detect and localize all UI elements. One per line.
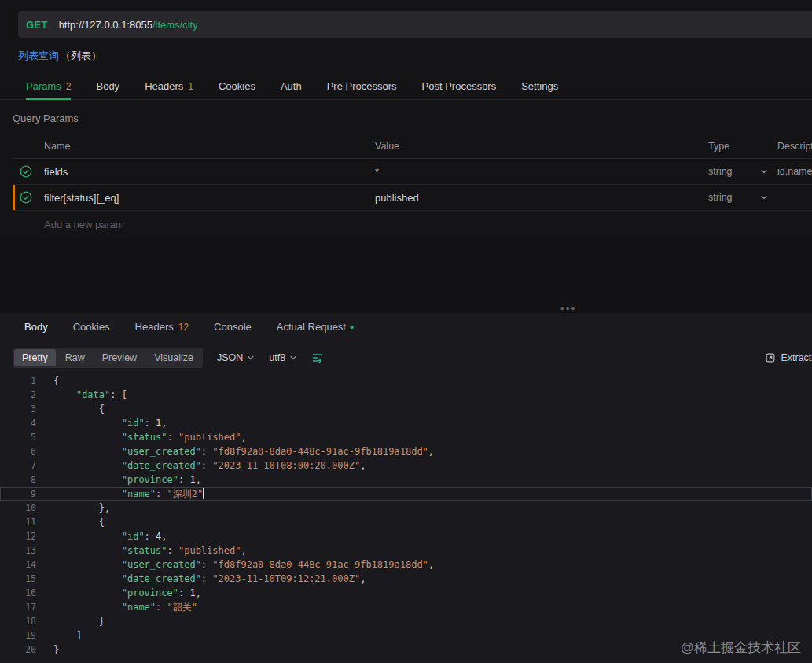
token-pun: : [ <box>110 389 127 400</box>
token-pun: : <box>201 559 212 570</box>
code-line[interactable]: 13 "status": "published", <box>0 543 812 558</box>
extraction-button[interactable]: Extraction <box>765 352 812 363</box>
tab-headers[interactable]: Headers1 <box>145 73 193 99</box>
code-text: { <box>36 374 59 388</box>
code-line[interactable]: 12 "id": 4, <box>0 529 812 543</box>
line-number: 5 <box>0 430 36 444</box>
token-ws <box>53 389 76 400</box>
url-input[interactable]: http://127.0.0.1:8055/items/city <box>59 19 198 31</box>
code-line[interactable]: 9 "name": "深圳2" <box>0 487 812 501</box>
method-badge[interactable]: GET <box>18 19 59 31</box>
response-body-editor[interactable]: 1{2 "data": [3 {4 "id": 1,5 "status": "p… <box>0 373 812 663</box>
view-visualize-button[interactable]: Visualize <box>146 349 201 366</box>
response-tabs: BodyCookiesHeaders12ConsoleActual Reques… <box>0 313 812 341</box>
add-param-row[interactable]: Add a new param <box>13 211 812 238</box>
token-pun: : <box>167 432 178 443</box>
token-str: "published" <box>178 545 241 556</box>
token-key: "data" <box>76 389 110 400</box>
code-line[interactable]: 6 "user_created": "fd8f92a0-8da0-448c-91… <box>0 444 812 459</box>
header-name: Name <box>44 141 375 152</box>
code-text: "date_created": "2023-11-10T08:00:20.000… <box>36 459 366 473</box>
tab-headers[interactable]: Headers12 <box>135 313 189 341</box>
tab-label: Settings <box>521 80 558 92</box>
token-key: "user_created" <box>122 559 201 570</box>
format-button[interactable] <box>311 352 324 364</box>
view-preview-button[interactable]: Preview <box>94 349 145 366</box>
panel-resize-handle[interactable]: ••• <box>0 305 812 313</box>
tab-pre-processors[interactable]: Pre Processors <box>327 73 397 99</box>
line-number: 6 <box>0 444 36 459</box>
token-pun: : <box>201 460 212 471</box>
header-value: Value <box>375 141 708 152</box>
param-type-label: string <box>708 192 733 203</box>
token-key: "date_created" <box>122 573 201 584</box>
view-pretty-button[interactable]: Pretty <box>14 349 56 366</box>
tab-cookies[interactable]: Cookies <box>219 73 255 99</box>
code-text: }, <box>36 501 110 515</box>
param-value-cell[interactable]: published <box>375 192 708 204</box>
language-dropdown-label: JSON <box>217 352 243 363</box>
token-pun: : <box>156 488 167 499</box>
param-name-cell[interactable]: fields <box>44 166 375 178</box>
code-line[interactable]: 3 { <box>0 402 812 416</box>
view-raw-button[interactable]: Raw <box>57 349 93 366</box>
param-enabled-toggle[interactable] <box>13 191 44 204</box>
chevron-down-icon <box>760 193 768 201</box>
tab-label: Cookies <box>219 80 255 92</box>
tab-params[interactable]: Params2 <box>26 73 71 99</box>
code-line[interactable]: 1{ <box>0 374 812 388</box>
token-pun: { <box>99 403 105 414</box>
tab-label: Cookies <box>73 321 110 333</box>
code-text: "name": "韶关" <box>36 600 197 614</box>
code-line[interactable]: 4 "id": 1, <box>0 416 812 430</box>
encoding-dropdown[interactable]: utf8 <box>269 352 297 363</box>
code-line[interactable]: 14 "user_created": "fd8f92a0-8da0-448c-9… <box>0 558 812 572</box>
param-type-select[interactable]: string <box>708 166 777 177</box>
code-line[interactable]: 5 "status": "published", <box>0 430 812 444</box>
param-value-cell[interactable]: * <box>375 166 708 178</box>
breadcrumb-link[interactable]: 列表查询 <box>18 49 59 63</box>
code-line[interactable]: 8 "province": 1, <box>0 473 812 487</box>
param-description-cell[interactable]: id,name <box>777 166 812 177</box>
code-line[interactable]: 11 { <box>0 515 812 529</box>
param-name-cell[interactable]: filter[status][_eq] <box>44 192 375 204</box>
token-pun: , <box>360 460 366 471</box>
token-ws <box>53 587 122 599</box>
code-line[interactable]: 2 "data": [ <box>0 388 812 402</box>
code-line[interactable]: 18 } <box>0 614 812 628</box>
tab-post-processors[interactable]: Post Processors <box>422 73 497 99</box>
tab-cookies[interactable]: Cookies <box>73 313 110 341</box>
query-params-table: Name Value Type Description fields*strin… <box>13 134 812 238</box>
token-str: "fd8f92a0-8da0-448c-91ac-9fb1819a18dd" <box>212 446 428 457</box>
tab-body[interactable]: Body <box>96 73 119 99</box>
tab-body[interactable]: Body <box>24 313 48 341</box>
line-number: 13 <box>0 543 36 558</box>
code-text: "name": "深圳2" <box>36 487 204 501</box>
line-number: 18 <box>0 614 36 628</box>
code-line[interactable]: 17 "name": "韶关" <box>0 600 812 614</box>
code-text: "id": 4, <box>36 529 167 543</box>
token-key: "name" <box>122 602 156 613</box>
token-pun: : <box>167 545 178 556</box>
line-number: 11 <box>0 515 36 529</box>
param-type-select[interactable]: string <box>708 192 777 203</box>
token-pun: : <box>201 573 212 584</box>
token-pun: }, <box>99 503 110 514</box>
token-ws <box>53 503 99 514</box>
tab-settings[interactable]: Settings <box>521 73 558 99</box>
language-dropdown[interactable]: JSON <box>217 352 255 363</box>
token-ws <box>53 432 122 443</box>
code-line[interactable]: 16 "province": 1, <box>0 586 812 600</box>
code-line[interactable]: 15 "date_created": "2023-11-10T09:12:21.… <box>0 572 812 586</box>
token-str: "published" <box>178 432 241 443</box>
code-line[interactable]: 10 }, <box>0 501 812 515</box>
token-key: "id" <box>122 418 145 429</box>
code-line[interactable]: 7 "date_created": "2023-11-10T08:00:20.0… <box>0 459 812 473</box>
tab-console[interactable]: Console <box>214 313 252 341</box>
param-enabled-toggle[interactable] <box>13 165 44 178</box>
tab-auth[interactable]: Auth <box>281 73 302 99</box>
chevron-down-icon <box>247 354 255 362</box>
tab-label: Auth <box>281 80 302 92</box>
code-text: "data": [ <box>36 388 127 402</box>
tab-actual-request[interactable]: Actual Request• <box>277 313 354 341</box>
